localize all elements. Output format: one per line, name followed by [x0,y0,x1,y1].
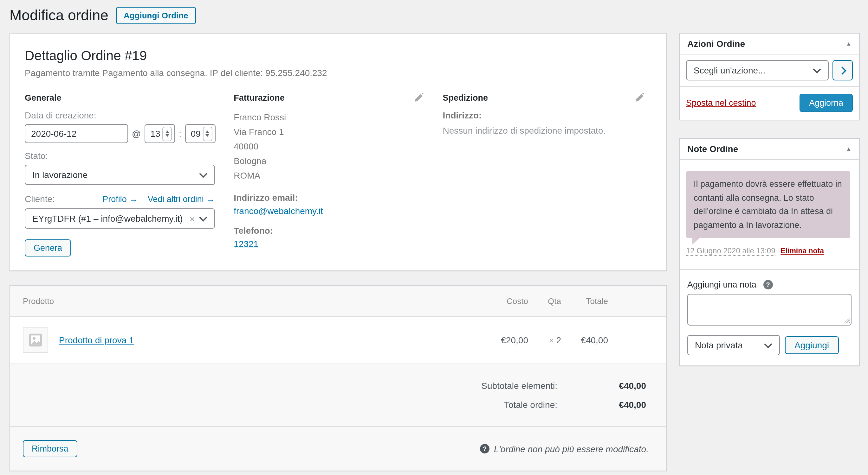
billing-address-line: Via Franco 1 [234,125,424,139]
sidebar: Azioni Ordine ▲ Scegli un'azione... [679,33,860,366]
image-placeholder-icon [29,333,42,347]
delete-note-link[interactable]: Elimina nota [780,247,824,255]
profile-link[interactable]: Profilo → [102,195,137,204]
other-orders-link[interactable]: Vedi altri ordini → [148,195,215,204]
edit-billing-pencil-icon[interactable] [414,93,424,103]
note-type-select-value: Nota privata [695,340,760,350]
no-shipping-address-text: Nessun indirizzo di spedizione impostato… [443,124,644,138]
shipping-address-label: Indirizzo: [443,110,644,120]
order-notes-panel: Note Ordine ▲ Il pagamento dovrà essere … [679,138,860,366]
chevron-right-icon [838,66,846,74]
collapse-icon[interactable]: ▲ [846,40,851,47]
customer-select[interactable]: EYrgTDFR (#1 – info@webalchemy.it) × [25,208,215,229]
order-actions-header[interactable]: Azioni Ordine ▲ [680,34,859,55]
item-total: €40,00 [561,335,608,345]
subtotal-label: Subtotale elementi: [481,376,557,395]
general-heading: Generale [25,93,62,103]
edit-shipping-pencil-icon[interactable] [635,93,644,103]
step-down-icon[interactable] [206,134,210,137]
email-link[interactable]: franco@webalchemy.it [234,206,323,216]
hour-input[interactable] [150,129,162,139]
item-qty: ×2 [528,335,561,345]
help-icon: ? [764,280,773,290]
order-columns: Generale Data di creazione: @ [25,93,652,257]
note-type-select[interactable]: Nota privata [687,335,780,355]
status-select-value: In lavorazione [32,170,195,180]
note-bubble-tail [692,238,699,245]
move-to-trash-link[interactable]: Sposta nel cestino [686,98,756,108]
order-total-row: Totale ordine: €40,00 [30,395,646,414]
action-select-row: Scegli un'azione... [680,55,859,87]
apply-action-button[interactable] [833,60,853,80]
chevron-down-icon [199,170,207,178]
minute-stepper[interactable] [185,124,216,143]
date-row: @ : [25,124,215,143]
product-thumbnail [23,328,48,353]
general-column: Generale Data di creazione: @ [25,93,234,257]
add-note-label: Aggiungi una nota [687,280,756,290]
billing-address-line: Bologna [234,154,424,169]
add-order-button[interactable]: Aggiungi Ordine [116,7,196,24]
add-note-controls: Nota privata Aggiungi [687,335,851,355]
generate-button[interactable]: Genera [25,239,71,257]
refund-button[interactable]: Rimborsa [23,440,78,457]
shipping-column: Spedizione Indirizzo: Nessun indirizzo d… [443,93,652,257]
product-name-link[interactable]: Prodotto di prova 1 [59,335,134,345]
order-action-select[interactable]: Scegli un'azione... [686,60,829,80]
item-row: Prodotto di prova 1 €20,00 ×2 €40,00 [10,317,666,364]
status-select[interactable]: In lavorazione [25,165,215,185]
minute-input[interactable] [191,129,203,139]
customer-select-value: EYrgTDFR (#1 – info@webalchemy.it) [32,213,185,224]
stepper-icon[interactable] [203,126,212,141]
billing-column: Fatturazione Franco Rossi Via Franco 1 4… [234,93,442,257]
note-textarea-wrap [687,294,851,326]
step-up-icon[interactable] [206,131,210,133]
layout: Dettaglio Ordine #19 Pagamento tramite P… [9,33,860,471]
billing-address-line: Franco Rossi [234,110,424,125]
column-cost: Costo [452,296,528,306]
status-label: Stato: [25,151,215,161]
customer-row: Cliente: Profilo → Vedi altri ordini → [25,194,215,204]
stepper-icon[interactable] [162,126,172,141]
order-items-panel: Prodotto Costo Qta Totale [9,285,667,471]
date-created-label: Data di creazione: [25,110,215,120]
column-qty: Qta [528,296,561,306]
billing-address-line: 40000 [234,139,424,154]
note-textarea[interactable] [687,294,851,326]
at-separator: @ [132,129,141,139]
help-icon: ? [480,444,490,453]
subtotal-row: Subtotale elementi: €40,00 [30,376,646,395]
step-up-icon[interactable] [165,131,169,133]
order-total-value: €40,00 [557,395,646,414]
item-qty-value: 2 [556,335,561,345]
date-input[interactable] [25,124,128,143]
step-down-icon[interactable] [165,134,169,137]
actions-footer: Sposta nel cestino Aggiorna [680,87,859,120]
hour-stepper[interactable] [145,124,175,143]
item-cost: €20,00 [452,335,528,345]
chevron-down-icon [199,213,207,222]
order-total-label: Totale ordine: [504,395,557,414]
note-meta: 12 Giugno 2020 alle 13:09 Elimina nota [686,247,851,256]
billing-heading: Fatturazione [234,93,285,103]
clear-selection-icon[interactable]: × [190,213,195,224]
shipping-heading: Spedizione [443,93,488,103]
product-cell: Prodotto di prova 1 [23,328,452,353]
titlebar: Modifica ordine Aggiungi Ordine [9,6,860,25]
add-note-label-row: Aggiungi una nota ? [687,280,851,290]
payment-method-subtitle: Pagamento tramite Pagamento alla consegn… [25,68,652,78]
subtotal-value: €40,00 [557,376,646,395]
locked-text: L'ordine non può più essere modificato. [494,444,649,454]
add-note-button[interactable]: Aggiungi [785,337,839,354]
order-heading: Dettaglio Ordine #19 [25,48,652,63]
update-button[interactable]: Aggiorna [800,94,853,112]
column-total: Totale [561,296,608,306]
order-notes-header[interactable]: Note Ordine ▲ [680,139,859,160]
multiply-icon: × [549,336,554,345]
email-label: Indirizzo email: [234,193,424,203]
phone-label: Telefono: [234,226,424,236]
note-content: Il pagamento dovrà essere effettuato in … [686,171,850,238]
collapse-icon[interactable]: ▲ [846,146,851,152]
phone-link[interactable]: 12321 [234,239,258,249]
order-actions-title: Azioni Ordine [687,39,745,49]
